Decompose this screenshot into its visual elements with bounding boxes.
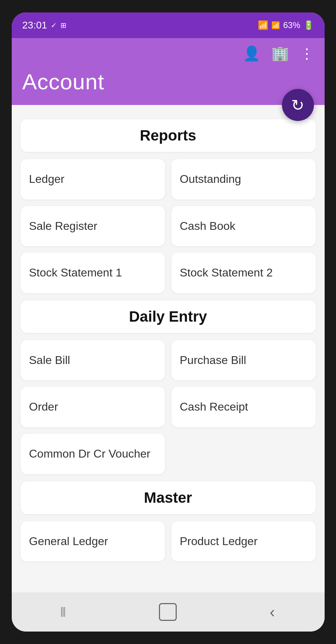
header-actions: 👤 🏢 ⋮ bbox=[22, 45, 314, 62]
common-dr-cr-voucher-button[interactable]: Common Dr Cr Voucher bbox=[21, 434, 165, 474]
general-ledger-label: General Ledger bbox=[29, 534, 108, 549]
sale-register-button[interactable]: Sale Register bbox=[21, 206, 165, 247]
stock-statement-1-button[interactable]: Stock Statement 1 bbox=[21, 253, 165, 293]
home-nav-button[interactable] bbox=[154, 601, 182, 623]
sim-icon: ⊞ bbox=[60, 21, 66, 30]
phone-screen: 23:01 ✓ ⊞ 📶 📶 63% 🔋 👤 🏢 ⋮ Account ↻ bbox=[12, 12, 325, 632]
app-title: Account bbox=[22, 69, 314, 94]
building-icon[interactable]: 🏢 bbox=[271, 45, 289, 62]
stock-statement-2-label: Stock Statement 2 bbox=[180, 265, 273, 280]
ledger-label: Ledger bbox=[29, 172, 65, 187]
purchase-bill-label: Purchase Bill bbox=[180, 353, 246, 368]
status-time: 23:01 bbox=[22, 20, 47, 31]
menu-nav-icon: ⦀ bbox=[60, 604, 67, 620]
general-ledger-button[interactable]: General Ledger bbox=[21, 521, 165, 562]
refresh-fab[interactable]: ↻ bbox=[282, 89, 314, 121]
sale-register-label: Sale Register bbox=[29, 219, 97, 234]
menu-nav-button[interactable]: ⦀ bbox=[49, 601, 78, 623]
home-nav-icon bbox=[159, 603, 177, 621]
sale-bill-button[interactable]: Sale Bill bbox=[21, 340, 165, 381]
product-ledger-button[interactable]: Product Ledger bbox=[171, 521, 316, 562]
daily-entry-section-header: Daily Entry bbox=[21, 300, 316, 333]
cash-book-label: Cash Book bbox=[180, 219, 236, 234]
battery-icon: 🔋 bbox=[303, 20, 314, 30]
phone-frame: 23:01 ✓ ⊞ 📶 📶 63% 🔋 👤 🏢 ⋮ Account ↻ bbox=[0, 0, 336, 644]
daily-entry-grid: Sale Bill Purchase Bill Order Cash Recei… bbox=[21, 340, 316, 474]
cash-receipt-button[interactable]: Cash Receipt bbox=[171, 387, 316, 427]
master-grid: General Ledger Product Ledger bbox=[21, 521, 316, 562]
battery-percent: 63% bbox=[283, 20, 300, 30]
master-section-header: Master bbox=[21, 481, 316, 514]
outstanding-label: Outstanding bbox=[180, 172, 241, 187]
back-nav-button[interactable]: ‹ bbox=[258, 601, 287, 623]
checkmark-icon: ✓ bbox=[51, 21, 57, 30]
master-title: Master bbox=[144, 489, 192, 506]
refresh-icon: ↻ bbox=[291, 96, 304, 114]
ledger-button[interactable]: Ledger bbox=[21, 159, 165, 200]
common-dr-cr-voucher-label: Common Dr Cr Voucher bbox=[29, 447, 150, 461]
more-icon[interactable]: ⋮ bbox=[300, 45, 314, 62]
bottom-nav: ⦀ ‹ bbox=[12, 592, 325, 632]
phone-notch bbox=[133, 0, 204, 11]
order-label: Order bbox=[29, 400, 58, 415]
order-button[interactable]: Order bbox=[21, 387, 165, 427]
content-area: Reports Ledger Outstanding Sale Register… bbox=[12, 105, 325, 592]
app-header: 👤 🏢 ⋮ Account ↻ bbox=[12, 38, 325, 105]
sale-bill-label: Sale Bill bbox=[29, 353, 70, 368]
back-nav-icon: ‹ bbox=[270, 603, 275, 621]
reports-grid: Ledger Outstanding Sale Register Cash Bo… bbox=[21, 159, 316, 293]
status-time-area: 23:01 ✓ ⊞ bbox=[22, 20, 66, 31]
reports-title: Reports bbox=[140, 127, 196, 144]
daily-entry-title: Daily Entry bbox=[129, 308, 207, 325]
outstanding-button[interactable]: Outstanding bbox=[171, 159, 316, 200]
cash-book-button[interactable]: Cash Book bbox=[171, 206, 316, 247]
user-icon[interactable]: 👤 bbox=[243, 45, 261, 62]
stock-statement-1-label: Stock Statement 1 bbox=[29, 265, 122, 280]
stock-statement-2-button[interactable]: Stock Statement 2 bbox=[171, 253, 316, 293]
signal-icon: 📶 bbox=[271, 21, 280, 30]
purchase-bill-button[interactable]: Purchase Bill bbox=[171, 340, 316, 381]
status-icons-right: 📶 📶 63% 🔋 bbox=[258, 20, 314, 30]
status-bar: 23:01 ✓ ⊞ 📶 📶 63% 🔋 bbox=[12, 12, 325, 38]
product-ledger-label: Product Ledger bbox=[180, 534, 258, 549]
cash-receipt-label: Cash Receipt bbox=[180, 400, 248, 415]
wifi-icon: 📶 bbox=[258, 20, 268, 30]
reports-section-header: Reports bbox=[21, 119, 316, 152]
empty-placeholder bbox=[171, 434, 316, 474]
